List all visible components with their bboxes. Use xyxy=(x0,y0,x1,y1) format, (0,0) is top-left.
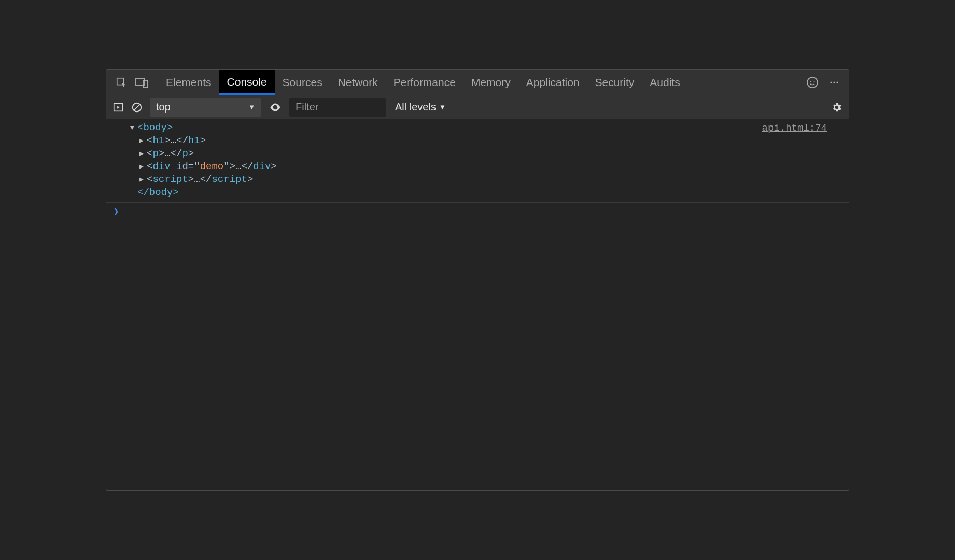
chevron-down-icon: ▼ xyxy=(439,103,446,111)
tab-memory[interactable]: Memory xyxy=(464,70,518,95)
console-body: ▼<body> ▶<h1>…</h1> ▶<p>…</p> ▶<div id="… xyxy=(106,119,849,490)
execution-context-select[interactable]: top ▼ xyxy=(150,98,261,117)
devtools-tabstrip: Elements Console Sources Network Perform… xyxy=(106,70,849,95)
svg-point-12 xyxy=(274,106,276,108)
context-label: top xyxy=(156,101,171,113)
svg-point-8 xyxy=(836,81,838,83)
tree-row-body-open[interactable]: ▼<body> xyxy=(130,121,762,134)
clear-console-icon[interactable] xyxy=(131,102,143,113)
device-toggle-icon[interactable] xyxy=(135,77,149,88)
svg-point-4 xyxy=(810,81,811,82)
tabs-container: Elements Console Sources Network Perform… xyxy=(158,70,688,95)
tab-performance[interactable]: Performance xyxy=(386,70,464,95)
tab-security[interactable]: Security xyxy=(587,70,642,95)
more-icon[interactable] xyxy=(829,77,839,88)
levels-label: All levels xyxy=(395,101,436,113)
tree-row-body-close[interactable]: </body> xyxy=(130,186,762,199)
svg-point-6 xyxy=(830,81,832,83)
log-levels-select[interactable]: All levels ▼ xyxy=(395,101,446,113)
logged-dom-tree: ▼<body> ▶<h1>…</h1> ▶<p>…</p> ▶<div id="… xyxy=(113,121,762,199)
source-link[interactable]: api.html:74 xyxy=(762,121,842,134)
collapse-arrow-icon[interactable]: ▶ xyxy=(139,147,147,160)
inspect-icon[interactable] xyxy=(116,77,127,88)
tree-row-h1[interactable]: ▶<h1>…</h1> xyxy=(130,134,762,147)
tab-console[interactable]: Console xyxy=(219,70,275,95)
tree-row-p[interactable]: ▶<p>…</p> xyxy=(130,147,762,160)
console-toolbar: top ▼ All levels ▼ xyxy=(106,95,849,119)
tab-application[interactable]: Application xyxy=(518,70,587,95)
collapse-arrow-icon[interactable]: ▶ xyxy=(139,160,147,173)
tab-network[interactable]: Network xyxy=(330,70,386,95)
live-expression-icon[interactable] xyxy=(269,101,282,114)
svg-rect-2 xyxy=(143,80,148,88)
collapse-arrow-icon[interactable]: ▶ xyxy=(139,173,147,186)
expand-arrow-icon[interactable]: ▼ xyxy=(130,121,137,134)
tree-row-script[interactable]: ▶<script>…</script> xyxy=(130,173,762,186)
svg-line-11 xyxy=(134,104,140,110)
svg-point-5 xyxy=(814,81,815,82)
console-prompt[interactable]: ❯ xyxy=(106,203,849,220)
svg-point-7 xyxy=(833,81,835,83)
filter-input[interactable] xyxy=(289,98,386,117)
collapse-arrow-icon[interactable]: ▶ xyxy=(139,134,147,147)
prompt-caret-icon: ❯ xyxy=(114,206,119,217)
devtools-panel: Elements Console Sources Network Perform… xyxy=(106,69,849,491)
tree-row-div[interactable]: ▶<div id="demo">…</div> xyxy=(130,160,762,173)
tab-elements[interactable]: Elements xyxy=(158,70,219,95)
smiley-icon[interactable] xyxy=(806,76,819,89)
tab-audits[interactable]: Audits xyxy=(642,70,687,95)
chevron-down-icon: ▼ xyxy=(248,103,255,111)
tab-sources[interactable]: Sources xyxy=(275,70,330,95)
svg-point-3 xyxy=(807,77,818,88)
log-entry[interactable]: ▼<body> ▶<h1>…</h1> ▶<p>…</p> ▶<div id="… xyxy=(106,119,849,203)
settings-icon[interactable] xyxy=(831,102,842,113)
sidebar-toggle-icon[interactable] xyxy=(113,102,124,113)
